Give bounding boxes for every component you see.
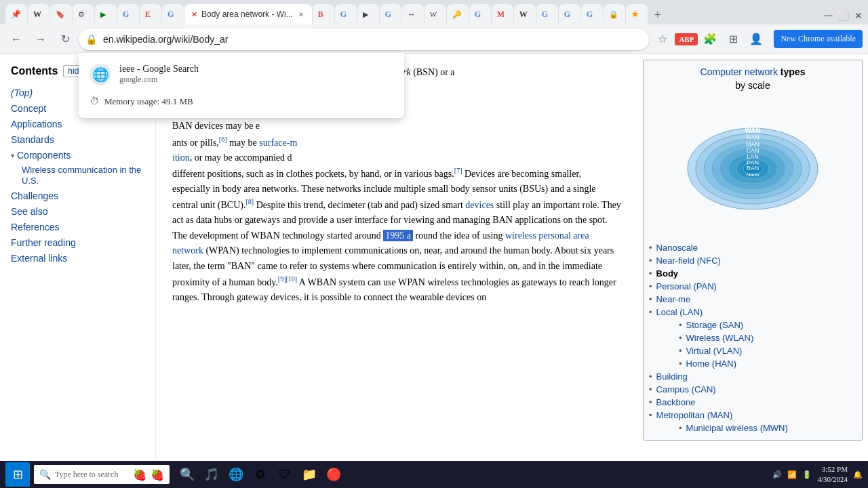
tab-7[interactable]: E	[140, 4, 161, 24]
building-link[interactable]: Building	[656, 371, 688, 382]
expand-icon[interactable]: ▾	[11, 152, 14, 159]
toc-item-challenges: Challenges	[11, 188, 144, 204]
devices-link[interactable]: devices	[465, 200, 494, 210]
extensions-btn[interactable]: 🧩	[699, 28, 721, 50]
tab-6[interactable]: G	[117, 4, 139, 24]
toc-link-further-reading[interactable]: Further reading	[11, 237, 76, 248]
address-input[interactable]	[79, 28, 649, 50]
pan-link[interactable]: Personal (PAN)	[656, 281, 717, 291]
address-lock-icon: 🔒	[85, 33, 97, 45]
tab-22[interactable]: G	[581, 4, 603, 24]
memory-usage-row: ⏱ Memory usage: 49.1 MB	[79, 91, 404, 113]
toc-link-see-also[interactable]: See also	[11, 206, 47, 217]
tab-search-btn[interactable]: ⊞	[722, 28, 744, 50]
tab-4[interactable]: ⚙	[73, 4, 94, 24]
taskbar-icon-6[interactable]: 🔴	[323, 462, 344, 487]
browser-window: 📌 W 🔖 ⚙ ▶ G E G ✕	[0, 0, 868, 461]
profile-btn[interactable]: 👤	[745, 28, 767, 50]
vlan-link[interactable]: Virtual (VLAN)	[686, 346, 743, 356]
taskbar-search-text: Type here to search	[55, 470, 118, 480]
lan-link[interactable]: Local (LAN)	[656, 307, 703, 317]
autocomplete-content: ieee - Google Search google.com	[119, 64, 199, 85]
network-types-infobox: Computer network typesby scale	[643, 60, 863, 441]
taskbar-network-icon: 🔊	[772, 470, 782, 479]
taskbar-icon-1[interactable]: 🔍	[176, 462, 198, 487]
toc-link-external-links[interactable]: External links	[11, 253, 67, 264]
network-item-lan: Local (LAN)	[649, 306, 856, 319]
ref-8[interactable]: [8]	[245, 198, 254, 205]
taskbar-search[interactable]: 🔍 Type here to search 🍓 🍓	[34, 465, 170, 484]
ref-9-10[interactable]: [9][10]	[278, 275, 297, 283]
campus-link[interactable]: Campus (CAN)	[656, 384, 716, 394]
tab-5[interactable]: ▶	[95, 4, 117, 24]
tab-3[interactable]: 🔖	[50, 4, 72, 24]
ref-7[interactable]: [7]	[454, 167, 462, 174]
ition-link[interactable]: ition	[172, 152, 190, 163]
backbone-link[interactable]: Backbone	[656, 397, 696, 407]
nanoscale-link[interactable]: Nanoscale	[656, 243, 698, 253]
tab-16[interactable]: 🔑	[447, 4, 469, 24]
toc-link-applications[interactable]: Applications	[11, 119, 62, 129]
tab-11[interactable]: G	[335, 4, 357, 24]
taskbar-icon-4[interactable]: 🛡	[274, 462, 296, 487]
tab-14[interactable]: ↔	[402, 4, 424, 24]
autocomplete-item-1[interactable]: 🌐 ieee - Google Search google.com	[79, 58, 404, 91]
article-text-7: ants or pills,	[172, 137, 219, 147]
ref-6[interactable]: [6]	[219, 136, 227, 143]
toc-link-references[interactable]: References	[11, 222, 60, 232]
adblocker-btn[interactable]: ABP	[675, 33, 698, 45]
tab-20[interactable]: G	[536, 4, 558, 24]
tab-18[interactable]: M	[492, 4, 513, 24]
mwn-link[interactable]: Municipal wireless (MWN)	[686, 423, 788, 433]
article-text-6: BAN devices may be e	[172, 121, 260, 131]
san-link[interactable]: Storage (SAN)	[686, 320, 744, 330]
tab-13[interactable]: G	[380, 4, 401, 24]
nfc-link[interactable]: Near-field (NFC)	[656, 256, 721, 266]
close-btn[interactable]: ✕	[854, 10, 863, 22]
tab-21[interactable]: G	[559, 4, 580, 24]
wlan-link[interactable]: Wireless (WLAN)	[686, 333, 754, 343]
taskbar-icon-5[interactable]: 📁	[298, 462, 320, 487]
toc-link-wireless[interactable]: Wireless communication in the U.S.	[22, 165, 141, 186]
tab-10[interactable]: B	[313, 4, 334, 24]
tab-active[interactable]: ✕ Body area network - Wi... ✕	[184, 4, 312, 24]
taskbar-notification-icon[interactable]: 🔔	[853, 470, 863, 479]
taskbar-icon-2[interactable]: 🎵	[201, 462, 222, 487]
tab-pinned-1[interactable]: 📌	[5, 4, 27, 24]
toc-link-components[interactable]: Components	[17, 150, 71, 161]
tab-23[interactable]: 🔒	[604, 4, 625, 24]
surface-m-link[interactable]: surface-m	[259, 137, 297, 147]
near-me-link[interactable]: Near-me	[656, 294, 691, 304]
tab-12[interactable]: ▶	[357, 4, 379, 24]
taskbar-chrome-icon[interactable]: 🌐	[225, 462, 247, 487]
taskbar-right: 🔊 📶 🔋 3:52 PM 4/30/2024 🔔	[772, 464, 863, 485]
tab-24[interactable]: ★	[626, 4, 648, 24]
toc-link-concept[interactable]: Concept	[11, 103, 46, 114]
toc-link-challenges[interactable]: Challenges	[11, 190, 58, 201]
start-button[interactable]: ⊞	[5, 462, 30, 487]
tab-17[interactable]: G	[469, 4, 491, 24]
taskbar-datetime[interactable]: 3:52 PM 4/30/2024	[817, 464, 848, 485]
network-item-san: Storage (SAN)	[663, 319, 856, 331]
forward-btn[interactable]: →	[30, 28, 52, 50]
minimize-btn[interactable]: ─	[825, 9, 832, 22]
reload-btn[interactable]: ↻	[54, 28, 76, 50]
new-chrome-button[interactable]: New Chrome available	[774, 30, 863, 48]
back-btn[interactable]: ←	[5, 28, 27, 50]
infobox-title-blue[interactable]: Computer network	[701, 66, 778, 77]
toc-link-top[interactable]: (Top)	[11, 87, 33, 98]
metropolitan-link[interactable]: Metropolitan (MAN)	[656, 410, 733, 420]
tab-8[interactable]: G	[162, 4, 184, 24]
network-item-wlan: Wireless (WLAN)	[663, 331, 856, 344]
tab-19[interactable]: W	[514, 4, 536, 24]
han-link[interactable]: Home (HAN)	[686, 359, 736, 369]
taskbar-icon-3[interactable]: ⚙	[250, 462, 271, 487]
bookmark-btn[interactable]: ☆	[652, 28, 673, 50]
tab-close-btn[interactable]: ✕	[297, 9, 305, 20]
network-item-backbone: Backbone	[649, 396, 856, 409]
new-tab-button[interactable]: +	[648, 5, 667, 24]
tab-2[interactable]: W	[28, 4, 50, 24]
toc-link-standards[interactable]: Standards	[11, 134, 54, 145]
maximize-btn[interactable]: ⬜	[837, 10, 849, 22]
tab-15[interactable]: W	[425, 4, 446, 24]
